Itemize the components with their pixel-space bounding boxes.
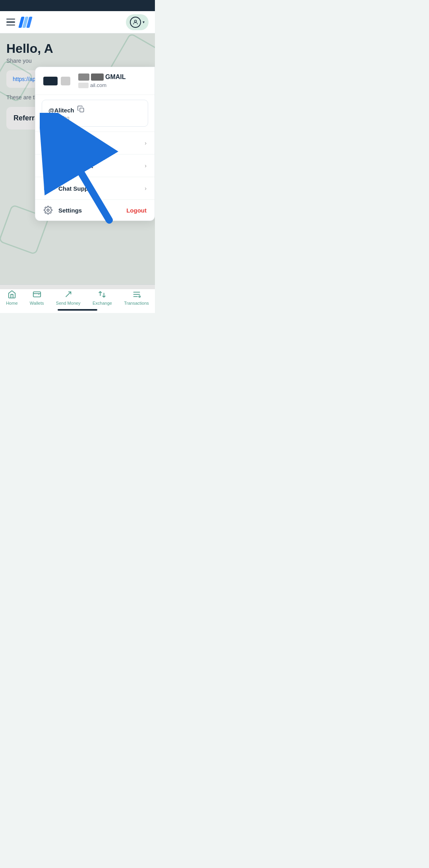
header-left	[6, 17, 31, 28]
menu-item-referral-list[interactable]: Referral List ›	[35, 154, 155, 177]
nav-item-home[interactable]: Home	[3, 288, 21, 307]
menu-item-referral-left: Referral List	[43, 161, 93, 170]
svg-line-12	[66, 292, 71, 297]
status-bar	[0, 0, 155, 11]
svg-point-4	[49, 163, 51, 165]
dropdown-menu: GMAIL ail.com @Alitech	[35, 67, 155, 221]
svg-rect-2	[44, 141, 52, 146]
home-icon	[7, 290, 17, 299]
logo	[20, 17, 31, 28]
hamburger-menu-button[interactable]	[6, 19, 15, 26]
menu-item-wallet-balances[interactable]: Wallet Balances ›	[35, 131, 155, 154]
wallet-nav-icon	[32, 290, 42, 299]
profile-email-text: ail.com	[90, 82, 106, 88]
transactions-icon	[132, 290, 141, 299]
home-nav-label: Home	[6, 301, 17, 305]
chat-chevron-icon: ›	[145, 185, 147, 191]
nav-item-wallets[interactable]: Wallets	[27, 288, 47, 307]
profile-email-section: GMAIL ail.com	[78, 73, 147, 88]
profile-mail-label: GMAIL	[105, 73, 126, 81]
wave-tag-label: Wave Tag	[48, 115, 85, 121]
referral-chevron-icon: ›	[145, 162, 147, 169]
copy-icon[interactable]	[77, 106, 85, 114]
profile-initial-block	[78, 73, 89, 81]
referral-list-label: Referral List	[58, 162, 93, 169]
svg-point-8	[47, 209, 49, 211]
menu-item-wallet-left: Wallet Balances	[43, 138, 104, 148]
avatar-icon	[130, 17, 141, 28]
profile-name-block-dark	[43, 77, 58, 85]
transactions-nav-label: Transactions	[124, 301, 149, 305]
menu-item-chat-left: Chat Supp...	[43, 184, 93, 193]
wave-tag-handle: @Alitech	[48, 106, 85, 114]
send-money-icon	[64, 290, 73, 299]
profile-email-block	[78, 83, 89, 88]
wave-tag-info: @Alitech Wave Tag	[48, 106, 85, 121]
nav-item-transactions[interactable]: Transactions	[121, 288, 152, 307]
referral-icon	[43, 161, 53, 170]
svg-point-0	[134, 20, 136, 22]
home-indicator	[58, 309, 97, 311]
menu-item-chat-support[interactable]: Chat Supp... ›	[35, 177, 155, 199]
svg-rect-1	[80, 108, 84, 112]
settings-logout-row: Settings Logout	[35, 199, 155, 220]
svg-point-16	[139, 296, 140, 297]
nav-item-exchange[interactable]: Exchange	[89, 288, 115, 307]
chat-icon	[43, 184, 53, 193]
wave-tag-section: @Alitech Wave Tag	[42, 100, 148, 127]
svg-point-3	[46, 163, 48, 165]
exchange-icon	[97, 290, 107, 299]
logo-slashes	[20, 17, 31, 28]
svg-rect-5	[44, 185, 52, 190]
profile-name-block-gray	[61, 77, 70, 85]
settings-label: Settings	[58, 207, 82, 214]
wallets-nav-label: Wallets	[30, 301, 44, 305]
exchange-nav-label: Exchange	[93, 301, 112, 305]
profile-button[interactable]: ▾	[126, 14, 149, 30]
chevron-down-icon: ▾	[143, 20, 145, 24]
wallet-icon	[43, 138, 53, 148]
wallet-chevron-icon: ›	[145, 140, 147, 146]
logout-button[interactable]: Logout	[126, 207, 147, 214]
svg-rect-11	[33, 292, 41, 297]
header: ▾	[0, 11, 155, 33]
dropdown-profile-section: GMAIL ail.com	[35, 67, 155, 95]
settings-item[interactable]: Settings	[43, 205, 82, 215]
settings-icon	[43, 205, 53, 215]
nav-item-send-money[interactable]: Send Money	[53, 288, 84, 307]
send-money-nav-label: Send Money	[56, 301, 81, 305]
profile-mail-block	[91, 73, 104, 81]
chat-support-label: Chat Supp...	[58, 185, 93, 192]
wallet-balances-label: Wallet Balances	[58, 140, 104, 147]
main-content: Hello, A Share you https://app. These ar…	[0, 33, 155, 289]
